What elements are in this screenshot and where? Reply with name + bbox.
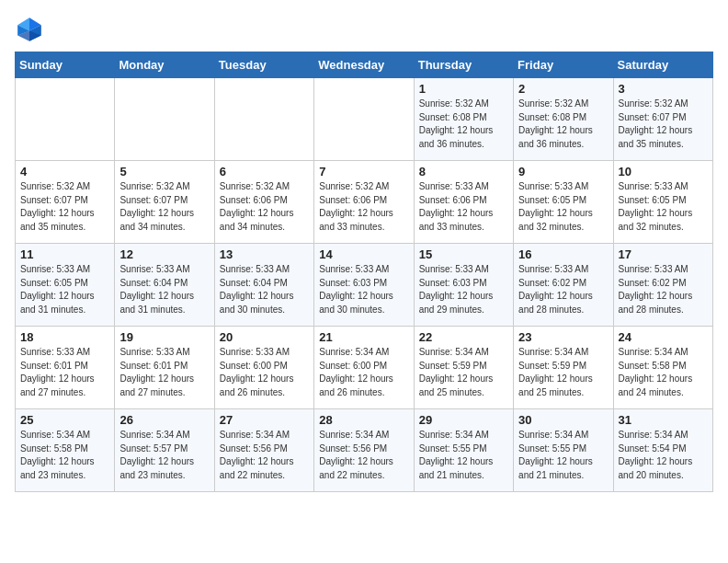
day-info: Sunrise: 5:32 AM Sunset: 6:08 PM Dayligh… [518, 98, 608, 151]
calendar-cell: 11Sunrise: 5:33 AM Sunset: 6:05 PM Dayli… [16, 244, 115, 327]
calendar-cell: 1Sunrise: 5:32 AM Sunset: 6:08 PM Daylig… [414, 78, 513, 161]
calendar-cell [214, 78, 313, 161]
calendar-week-4: 18Sunrise: 5:33 AM Sunset: 6:01 PM Dayli… [16, 327, 713, 409]
day-info: Sunrise: 5:34 AM Sunset: 5:54 PM Dayligh… [619, 429, 708, 482]
day-info: Sunrise: 5:34 AM Sunset: 5:57 PM Dayligh… [119, 429, 209, 482]
calendar-cell: 9Sunrise: 5:33 AM Sunset: 6:05 PM Daylig… [514, 161, 613, 244]
calendar-cell [16, 78, 115, 161]
day-number: 29 [419, 413, 508, 427]
calendar-cell: 16Sunrise: 5:33 AM Sunset: 6:02 PM Dayli… [514, 244, 613, 327]
weekday-monday: Monday [115, 52, 214, 78]
calendar-cell: 25Sunrise: 5:34 AM Sunset: 5:58 PM Dayli… [16, 409, 115, 492]
day-number: 4 [20, 165, 109, 178]
day-number: 20 [220, 330, 309, 344]
day-number: 10 [619, 165, 708, 178]
day-number: 22 [419, 330, 508, 344]
day-number: 31 [619, 413, 708, 427]
day-info: Sunrise: 5:33 AM Sunset: 6:03 PM Dayligh… [419, 263, 508, 316]
day-info: Sunrise: 5:34 AM Sunset: 5:56 PM Dayligh… [319, 429, 408, 482]
calendar-cell: 2Sunrise: 5:32 AM Sunset: 6:08 PM Daylig… [514, 78, 613, 161]
calendar-cell: 14Sunrise: 5:33 AM Sunset: 6:03 PM Dayli… [314, 244, 414, 327]
weekday-friday: Friday [514, 52, 613, 78]
calendar-cell: 23Sunrise: 5:34 AM Sunset: 5:59 PM Dayli… [514, 327, 613, 409]
day-number: 26 [119, 413, 209, 427]
day-info: Sunrise: 5:34 AM Sunset: 5:58 PM Dayligh… [619, 346, 708, 399]
weekday-sunday: Sunday [16, 52, 115, 78]
day-number: 18 [20, 330, 109, 344]
calendar-cell: 31Sunrise: 5:34 AM Sunset: 5:54 PM Dayli… [613, 409, 712, 492]
calendar-cell: 7Sunrise: 5:32 AM Sunset: 6:06 PM Daylig… [314, 161, 414, 244]
calendar-cell: 13Sunrise: 5:33 AM Sunset: 6:04 PM Dayli… [214, 244, 313, 327]
day-number: 24 [619, 330, 708, 344]
day-info: Sunrise: 5:34 AM Sunset: 5:58 PM Dayligh… [20, 429, 109, 482]
day-info: Sunrise: 5:32 AM Sunset: 6:07 PM Dayligh… [619, 98, 708, 151]
day-number: 19 [119, 330, 209, 344]
day-number: 1 [419, 82, 508, 96]
calendar-cell: 28Sunrise: 5:34 AM Sunset: 5:56 PM Dayli… [314, 409, 414, 492]
calendar-cell: 19Sunrise: 5:33 AM Sunset: 6:01 PM Dayli… [115, 327, 214, 409]
weekday-wednesday: Wednesday [314, 52, 414, 78]
day-number: 13 [220, 247, 309, 261]
page-header [15, 15, 713, 44]
day-info: Sunrise: 5:32 AM Sunset: 6:06 PM Dayligh… [319, 180, 408, 234]
day-number: 3 [619, 82, 708, 96]
day-info: Sunrise: 5:32 AM Sunset: 6:07 PM Dayligh… [20, 180, 109, 234]
calendar-cell: 21Sunrise: 5:34 AM Sunset: 6:00 PM Dayli… [314, 327, 414, 409]
day-info: Sunrise: 5:34 AM Sunset: 5:59 PM Dayligh… [518, 346, 608, 399]
day-number: 27 [220, 413, 309, 427]
day-info: Sunrise: 5:33 AM Sunset: 6:04 PM Dayligh… [119, 263, 209, 316]
calendar-cell: 18Sunrise: 5:33 AM Sunset: 6:01 PM Dayli… [16, 327, 115, 409]
day-number: 28 [319, 413, 408, 427]
calendar-table: SundayMondayTuesdayWednesdayThursdayFrid… [15, 52, 713, 492]
calendar-cell: 3Sunrise: 5:32 AM Sunset: 6:07 PM Daylig… [613, 78, 712, 161]
weekday-tuesday: Tuesday [214, 52, 313, 78]
day-number: 11 [20, 247, 109, 261]
day-info: Sunrise: 5:33 AM Sunset: 6:01 PM Dayligh… [20, 346, 109, 399]
day-number: 15 [419, 247, 508, 261]
calendar-cell: 5Sunrise: 5:32 AM Sunset: 6:07 PM Daylig… [115, 161, 214, 244]
calendar-cell [115, 78, 214, 161]
day-number: 23 [518, 330, 608, 344]
day-number: 14 [319, 247, 408, 261]
calendar-cell: 24Sunrise: 5:34 AM Sunset: 5:58 PM Dayli… [613, 327, 712, 409]
calendar-cell: 12Sunrise: 5:33 AM Sunset: 6:04 PM Dayli… [115, 244, 214, 327]
weekday-saturday: Saturday [613, 52, 712, 78]
day-info: Sunrise: 5:32 AM Sunset: 6:08 PM Dayligh… [419, 98, 508, 151]
weekday-thursday: Thursday [414, 52, 513, 78]
calendar-cell: 27Sunrise: 5:34 AM Sunset: 5:56 PM Dayli… [214, 409, 313, 492]
calendar-cell: 22Sunrise: 5:34 AM Sunset: 5:59 PM Dayli… [414, 327, 513, 409]
day-info: Sunrise: 5:33 AM Sunset: 6:00 PM Dayligh… [220, 346, 309, 399]
calendar-cell: 30Sunrise: 5:34 AM Sunset: 5:55 PM Dayli… [514, 409, 613, 492]
day-info: Sunrise: 5:32 AM Sunset: 6:07 PM Dayligh… [119, 180, 209, 234]
day-info: Sunrise: 5:33 AM Sunset: 6:05 PM Dayligh… [619, 180, 708, 234]
day-info: Sunrise: 5:33 AM Sunset: 6:03 PM Dayligh… [319, 263, 408, 316]
day-number: 17 [619, 247, 708, 261]
weekday-header-row: SundayMondayTuesdayWednesdayThursdayFrid… [16, 52, 713, 78]
day-number: 8 [419, 165, 508, 178]
day-info: Sunrise: 5:33 AM Sunset: 6:04 PM Dayligh… [220, 263, 309, 316]
day-number: 30 [518, 413, 608, 427]
calendar-body: 1Sunrise: 5:32 AM Sunset: 6:08 PM Daylig… [16, 78, 713, 492]
day-number: 7 [319, 165, 408, 178]
day-number: 16 [518, 247, 608, 261]
day-number: 5 [119, 165, 209, 178]
day-info: Sunrise: 5:33 AM Sunset: 6:02 PM Dayligh… [518, 263, 608, 316]
calendar-week-1: 1Sunrise: 5:32 AM Sunset: 6:08 PM Daylig… [16, 78, 713, 161]
day-info: Sunrise: 5:33 AM Sunset: 6:06 PM Dayligh… [419, 180, 508, 234]
day-number: 2 [518, 82, 608, 96]
day-number: 12 [119, 247, 209, 261]
calendar-week-2: 4Sunrise: 5:32 AM Sunset: 6:07 PM Daylig… [16, 161, 713, 244]
calendar-cell: 20Sunrise: 5:33 AM Sunset: 6:00 PM Dayli… [214, 327, 313, 409]
calendar-cell: 6Sunrise: 5:32 AM Sunset: 6:06 PM Daylig… [214, 161, 313, 244]
day-info: Sunrise: 5:32 AM Sunset: 6:06 PM Dayligh… [220, 180, 309, 234]
calendar-cell: 4Sunrise: 5:32 AM Sunset: 6:07 PM Daylig… [16, 161, 115, 244]
calendar-cell [314, 78, 414, 161]
day-info: Sunrise: 5:33 AM Sunset: 6:01 PM Dayligh… [119, 346, 209, 399]
day-info: Sunrise: 5:33 AM Sunset: 6:05 PM Dayligh… [20, 263, 109, 316]
day-number: 6 [220, 165, 309, 178]
day-number: 25 [20, 413, 109, 427]
calendar-cell: 26Sunrise: 5:34 AM Sunset: 5:57 PM Dayli… [115, 409, 214, 492]
calendar-week-5: 25Sunrise: 5:34 AM Sunset: 5:58 PM Dayli… [16, 409, 713, 492]
calendar-cell: 8Sunrise: 5:33 AM Sunset: 6:06 PM Daylig… [414, 161, 513, 244]
day-info: Sunrise: 5:34 AM Sunset: 5:56 PM Dayligh… [220, 429, 309, 482]
